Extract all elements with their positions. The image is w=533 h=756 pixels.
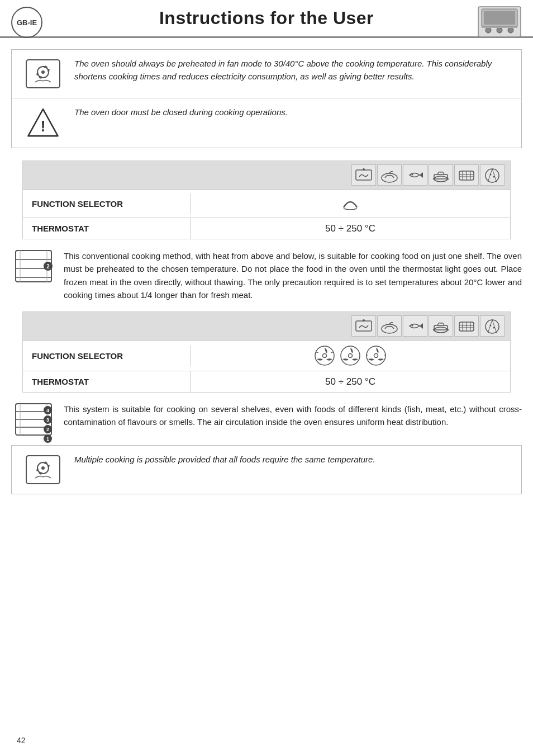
section1-desc-text: This conventional cooking method, with h… xyxy=(64,249,522,301)
svg-point-26 xyxy=(486,169,499,182)
thermostat-value-1: 50 ÷ 250 °C xyxy=(191,219,510,239)
notice-door-text: The oven door must be closed during cook… xyxy=(74,106,512,119)
cooking-icons-row-2 xyxy=(23,312,510,341)
svg-point-15 xyxy=(412,174,413,176)
svg-point-51 xyxy=(486,320,499,333)
svg-point-59 xyxy=(349,354,353,358)
cooking-icon-casserole-2 xyxy=(429,315,453,337)
svg-point-54 xyxy=(490,325,492,327)
svg-rect-2 xyxy=(484,11,515,25)
section2-desc-text: This system is suitable for cooking on s… xyxy=(64,403,522,429)
thermostat-row-2: THERMOSTAT 50 ÷ 250 °C xyxy=(23,371,510,392)
fan-icon xyxy=(21,58,65,90)
notice-preheat: The oven should always be preheated in f… xyxy=(12,50,521,98)
cooking-icon-bread-2 xyxy=(454,315,479,337)
svg-point-40 xyxy=(412,325,413,327)
svg-line-28 xyxy=(492,169,497,182)
cooking-icon-casserole xyxy=(429,164,453,186)
section2-desc-row: 4 3 2 1 This system is suitable for cook… xyxy=(11,403,522,437)
fan-icon-2 xyxy=(21,453,65,486)
svg-line-52 xyxy=(488,320,492,333)
notice-multiple-cooking: Multiple cooking is possible provided th… xyxy=(12,446,521,494)
cooking-icon-grill xyxy=(351,164,376,186)
svg-rect-6 xyxy=(482,27,517,28)
svg-point-55 xyxy=(493,327,495,329)
cooking-icon-grill-2 xyxy=(351,315,376,337)
function-selector-value-2 xyxy=(191,341,510,371)
thermostat-value-2: 50 ÷ 250 °C xyxy=(191,372,510,392)
cooking-icon-fish xyxy=(403,164,427,186)
header-oven-icon xyxy=(477,6,522,39)
page-number: 42 xyxy=(17,736,26,745)
svg-point-57 xyxy=(323,354,327,358)
svg-point-3 xyxy=(486,27,491,33)
svg-point-9 xyxy=(41,70,45,74)
notice-multiple-cooking-text: Multiple cooking is possible provided th… xyxy=(74,453,512,466)
function-selector-value-1 xyxy=(191,190,510,218)
page-title: Instructions for the User xyxy=(159,8,374,29)
notice-preheat-text: The oven should always be preheated in f… xyxy=(74,58,512,83)
svg-point-5 xyxy=(508,27,513,33)
cooking-icon-roast-2 xyxy=(377,315,402,337)
section1-table: FUNCTION SELECTOR THERMOSTAT 50 ÷ 250 °C xyxy=(22,160,511,239)
svg-point-70 xyxy=(41,466,45,470)
notice-door: ! The oven door must be closed during co… xyxy=(12,98,521,148)
cooking-icon-bread xyxy=(454,164,479,186)
cooking-icon-pizza xyxy=(480,164,505,186)
notices-area: The oven should always be preheated in f… xyxy=(11,49,522,148)
svg-point-29 xyxy=(490,174,492,176)
function-selector-row-2: FUNCTION SELECTOR xyxy=(23,341,510,371)
thermostat-label-2: THERMOSTAT xyxy=(23,371,191,392)
section1-desc-row: 2 This conventional cooking method, with… xyxy=(11,249,522,301)
svg-point-13 xyxy=(363,168,365,171)
svg-point-14 xyxy=(382,173,397,182)
cooking-icon-pizza-2 xyxy=(480,315,505,337)
shelf-icon-2: 4 3 2 1 xyxy=(11,403,56,437)
svg-point-4 xyxy=(497,27,502,33)
svg-point-38 xyxy=(363,319,365,322)
page-header: GB-IE Instructions for the User xyxy=(0,0,533,38)
svg-text:!: ! xyxy=(40,117,45,135)
svg-point-30 xyxy=(493,176,495,178)
function-selector-label-2: FUNCTION SELECTOR xyxy=(23,346,191,366)
cooking-icons-row-1 xyxy=(23,161,510,190)
cooking-icon-roast xyxy=(377,164,402,186)
warning-icon: ! xyxy=(21,106,65,140)
cooking-icon-fish-2 xyxy=(403,315,427,337)
svg-line-27 xyxy=(488,169,492,182)
function-selector-label-1: FUNCTION SELECTOR xyxy=(23,193,191,214)
notice2-area: Multiple cooking is possible provided th… xyxy=(11,445,522,494)
svg-point-61 xyxy=(374,354,378,358)
shelf-icon-1: 2 xyxy=(11,249,56,284)
thermostat-label-1: THERMOSTAT xyxy=(23,218,191,239)
function-selector-row-1: FUNCTION SELECTOR xyxy=(23,190,510,218)
svg-line-53 xyxy=(492,320,497,333)
section2-table: FUNCTION SELECTOR xyxy=(22,311,511,393)
region-badge: GB-IE xyxy=(11,7,42,38)
svg-point-39 xyxy=(382,324,397,333)
thermostat-row-1: THERMOSTAT 50 ÷ 250 °C xyxy=(23,218,510,239)
